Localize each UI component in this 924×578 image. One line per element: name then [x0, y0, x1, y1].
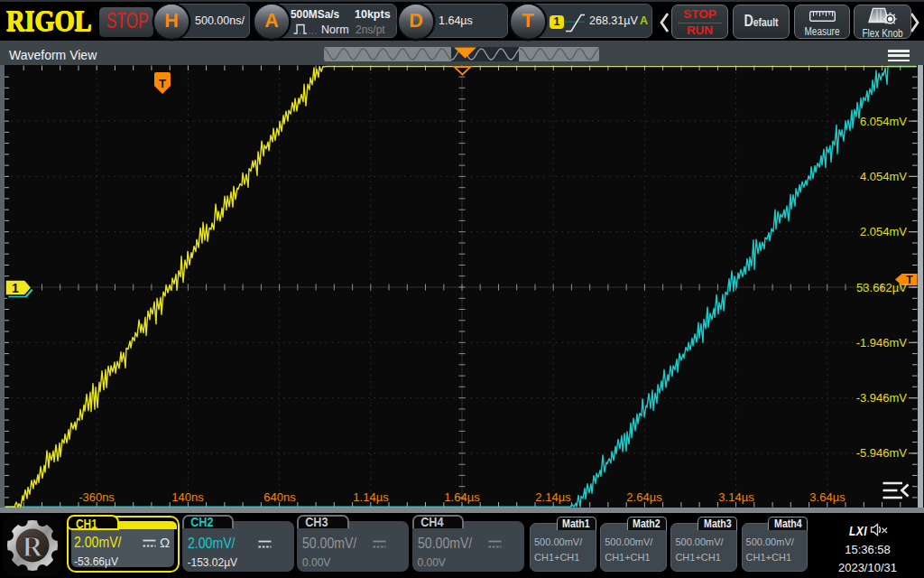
svg-text:2.14µs: 2.14µs	[535, 490, 571, 504]
svg-text:-360ns: -360ns	[79, 490, 115, 504]
svg-text:1: 1	[12, 281, 19, 295]
svg-text:-1.946mV: -1.946mV	[856, 336, 908, 350]
svg-text:1.64µs: 1.64µs	[444, 490, 480, 504]
svg-text:640ns: 640ns	[263, 490, 296, 504]
svg-text:3.64µs: 3.64µs	[809, 490, 845, 504]
svg-text:140ns: 140ns	[171, 490, 204, 504]
svg-text:2.054mV: 2.054mV	[860, 225, 907, 238]
svg-text:6.054mV: 6.054mV	[860, 115, 907, 128]
svg-text:3.14µs: 3.14µs	[718, 490, 754, 504]
svg-text:T: T	[159, 77, 166, 90]
svg-text:53.662µV: 53.662µV	[856, 281, 907, 294]
svg-text:-3.946mV: -3.946mV	[856, 391, 908, 405]
svg-text:-5.946mV: -5.946mV	[856, 446, 908, 460]
svg-text:2.64µs: 2.64µs	[626, 490, 662, 504]
svg-text:4.054mV: 4.054mV	[860, 170, 907, 183]
svg-text:1.14µs: 1.14µs	[353, 490, 389, 504]
svg-text:R: R	[23, 531, 43, 563]
svg-text:T: T	[906, 274, 913, 286]
